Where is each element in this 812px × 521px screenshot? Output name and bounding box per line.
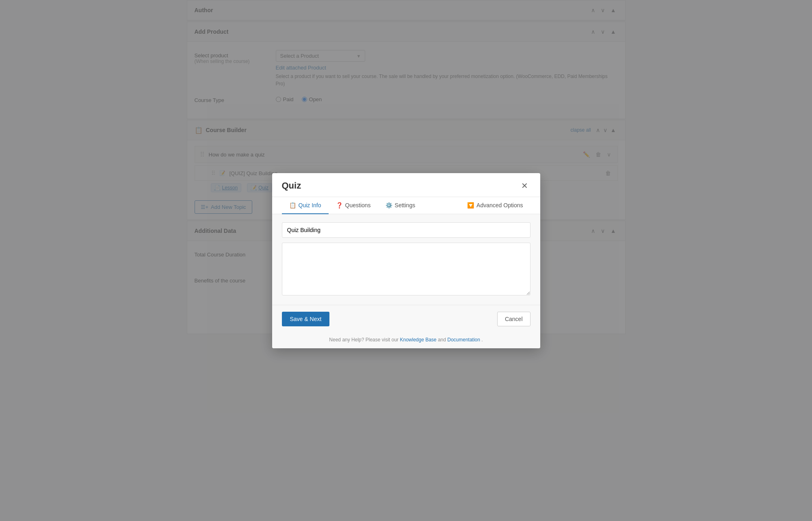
modal-close-button[interactable]: ✕ (519, 181, 531, 191)
advanced-options-tab-icon: 🔽 (467, 202, 474, 208)
quiz-name-input[interactable] (282, 222, 531, 238)
modal-header: Quiz ✕ (272, 173, 540, 197)
quiz-info-tab-label: Quiz Info (299, 202, 321, 208)
cancel-button[interactable]: Cancel (497, 312, 531, 326)
settings-tab-icon: ⚙️ (385, 202, 392, 208)
quiz-info-tab-icon: 📋 (289, 202, 296, 208)
save-next-button[interactable]: Save & Next (282, 312, 330, 326)
and-text: and (438, 337, 447, 343)
tab-quiz-info[interactable]: 📋 Quiz Info (282, 197, 329, 214)
settings-tab-label: Settings (395, 202, 416, 208)
advanced-options-tab-label: Advanced Options (476, 202, 523, 208)
documentation-link[interactable]: Documentation (447, 337, 480, 343)
modal-tabs: 📋 Quiz Info ❓ Questions ⚙️ Settings 🔽 Ad… (272, 197, 540, 214)
modal-overlay[interactable]: Quiz ✕ 📋 Quiz Info ❓ Questions ⚙️ Settin… (0, 0, 812, 521)
tab-settings[interactable]: ⚙️ Settings (378, 197, 423, 214)
help-text: Need any Help? Please visit our (329, 337, 400, 343)
modal-help: Need any Help? Please visit our Knowledg… (272, 333, 540, 348)
knowledge-base-link[interactable]: Knowledge Base (400, 337, 436, 343)
questions-tab-label: Questions (345, 202, 371, 208)
quiz-modal: Quiz ✕ 📋 Quiz Info ❓ Questions ⚙️ Settin… (272, 173, 540, 348)
help-suffix: . (481, 337, 483, 343)
modal-body (272, 214, 540, 305)
modal-footer: Save & Next Cancel (272, 305, 540, 333)
modal-title: Quiz (282, 180, 301, 191)
quiz-description-input[interactable] (282, 243, 531, 295)
tab-advanced-options[interactable]: 🔽 Advanced Options (460, 197, 530, 214)
tab-questions[interactable]: ❓ Questions (329, 197, 378, 214)
questions-tab-icon: ❓ (336, 202, 343, 208)
